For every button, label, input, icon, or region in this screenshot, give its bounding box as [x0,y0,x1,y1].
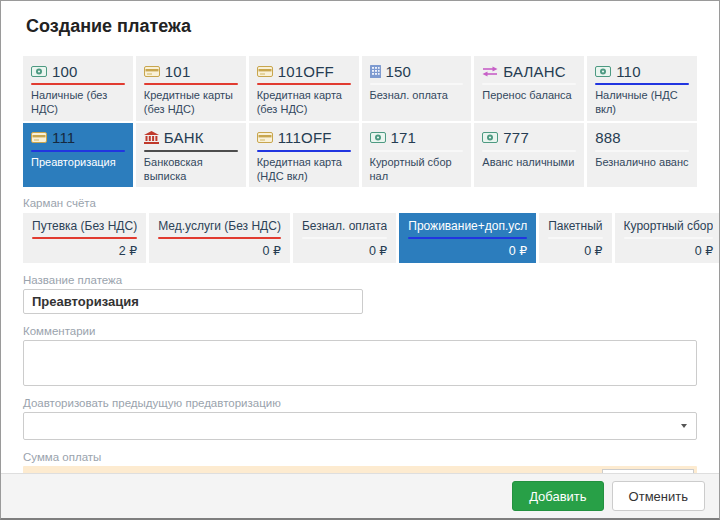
comments-label: Комментарии [23,325,697,337]
credit-card-icon [257,66,273,77]
payment-method-code: 100 [52,63,78,80]
payment-method-tile[interactable]: БАЛАНСПеренос баланса [474,56,584,121]
payment-name-row: Название платежа [23,274,697,314]
payment-method-grid: 100Наличные (без НДС)101Кредитные карты … [23,56,697,187]
pocket-grid: Путевка (Без НДС)2 ₽Мед.услуги (Без НДС)… [23,213,697,263]
payment-method-label: Наличные (НДС вкл) [595,88,689,117]
pocket-tile[interactable]: Мед.услуги (Без НДС)0 ₽ [149,213,290,263]
tile-underline [595,83,689,85]
payment-method-label: Кредитные карты (без НДС) [144,88,238,117]
preauth-row: Доавторизовать предыдущую предавторизаци… [23,397,697,440]
dialog-title: Создание платежа [1,1,719,37]
tile-underline [31,150,125,152]
pocket-name: Мед.услуги (Без НДС) [158,219,281,233]
banknote-icon [370,132,386,143]
tile-head: 171 [370,129,464,147]
payment-method-tile[interactable]: БАНКБанковская выписка [136,123,246,188]
credit-card-icon [31,132,47,143]
payment-method-tile[interactable]: 888Безналично аванс [587,123,697,188]
payment-method-tile[interactable]: 110Наличные (НДС вкл) [587,56,697,121]
payment-method-tile[interactable]: 101OFFКредитная карта (без НДС) [249,56,359,121]
payment-method-code: БАНК [164,129,204,146]
tile-underline [257,150,351,152]
pocket-name: Курортный сбор [624,219,714,233]
tile-head: 888 [595,129,689,147]
payment-name-input[interactable] [23,289,363,314]
payment-method-code: 150 [386,63,412,80]
credit-card-icon [257,132,273,143]
tile-head: 111OFF [257,129,351,147]
pocket-name: Путевка (Без НДС) [32,219,137,233]
payment-method-code: 101 [165,63,191,80]
tile-underline [595,150,689,152]
create-payment-dialog: Создание платежа 100Наличные (без НДС)10… [0,0,720,520]
payment-method-code: 171 [391,129,417,146]
tile-head: 101OFF [257,62,351,80]
payment-method-label: Кредитная карта (НДС вкл) [257,155,351,184]
tile-head: 101 [144,62,238,80]
payment-method-tile[interactable]: 111Преавторизация [23,123,133,188]
pocket-amount: 0 ₽ [548,243,602,258]
tile-head: 111 [31,129,125,147]
sum-label: Сумма оплаты [23,451,697,463]
pocket-amount: 2 ₽ [32,243,137,258]
preauth-label: Доавторизовать предыдущую предавторизаци… [23,397,697,409]
payment-method-label: Курортный сбор нал [370,155,464,184]
tile-head: БАНК [144,129,238,147]
comments-row: Комментарии [23,325,697,386]
tile-underline [370,150,464,152]
payment-method-tile[interactable]: 171Курортный сбор нал [362,123,472,188]
payment-method-label: Безналично аванс [595,155,689,169]
tile-underline [408,237,527,239]
payment-method-label: Перенос баланса [482,88,576,102]
tile-underline [144,150,238,152]
pocket-amount: 0 ₽ [302,243,387,258]
payment-method-label: Кредитная карта (без НДС) [257,88,351,117]
payment-method-tile[interactable]: 777Аванс наличными [474,123,584,188]
comments-textarea[interactable] [23,340,697,386]
tile-underline [624,237,714,239]
chevron-down-icon [681,424,687,428]
tile-underline [144,83,238,85]
dialog-footer: Добавить Отменить [1,473,719,518]
pocket-tile[interactable]: Курортный сбор0 ₽ [615,213,720,263]
pocket-name: Проживание+доп.усл [408,219,527,233]
pocket-tile[interactable]: Проживание+доп.усл0 ₽ [399,213,536,263]
add-button[interactable]: Добавить [512,481,603,511]
cancel-button[interactable]: Отменить [612,481,705,511]
bank-icon [144,131,159,144]
payment-method-tile[interactable]: 150Безнал. оплата [362,56,472,121]
tile-underline [302,237,387,239]
tile-underline [158,237,281,239]
preauth-select-wrap [23,412,697,440]
tile-underline [482,83,576,85]
pocket-tile[interactable]: Безнал. оплата0 ₽ [293,213,396,263]
tile-underline [32,237,137,239]
tile-head: 110 [595,62,689,80]
tile-underline [548,237,602,239]
tile-head: 777 [482,129,576,147]
pocket-amount: 0 ₽ [624,243,714,258]
payment-method-code: 777 [503,129,529,146]
payment-method-tile[interactable]: 111OFFКредитная карта (НДС вкл) [249,123,359,188]
pocket-tile[interactable]: Путевка (Без НДС)2 ₽ [23,213,146,263]
payment-method-code: 111OFF [278,129,332,146]
payment-method-label: Наличные (без НДС) [31,88,125,117]
transfer-arrows-icon [482,66,498,77]
banknote-icon [31,66,47,77]
pocket-tile[interactable]: Пакетный0 ₽ [539,213,611,263]
pocket-amount: 0 ₽ [408,243,527,258]
pocket-section-label: Карман счёта [23,197,697,209]
tile-underline [370,83,464,85]
payment-method-code: БАЛАНС [503,63,566,80]
preauth-select[interactable] [23,412,697,440]
payment-method-tile[interactable]: 100Наличные (без НДС) [23,56,133,121]
tile-head: 100 [31,62,125,80]
banknote-icon [482,132,498,143]
payment-method-code: 111 [52,129,75,146]
payment-method-label: Банковская выписка [144,155,238,184]
payment-method-label: Аванс наличными [482,155,576,169]
payment-method-label: Безнал. оплата [370,88,464,102]
payment-method-code: 110 [616,63,641,80]
payment-method-tile[interactable]: 101Кредитные карты (без НДС) [136,56,246,121]
